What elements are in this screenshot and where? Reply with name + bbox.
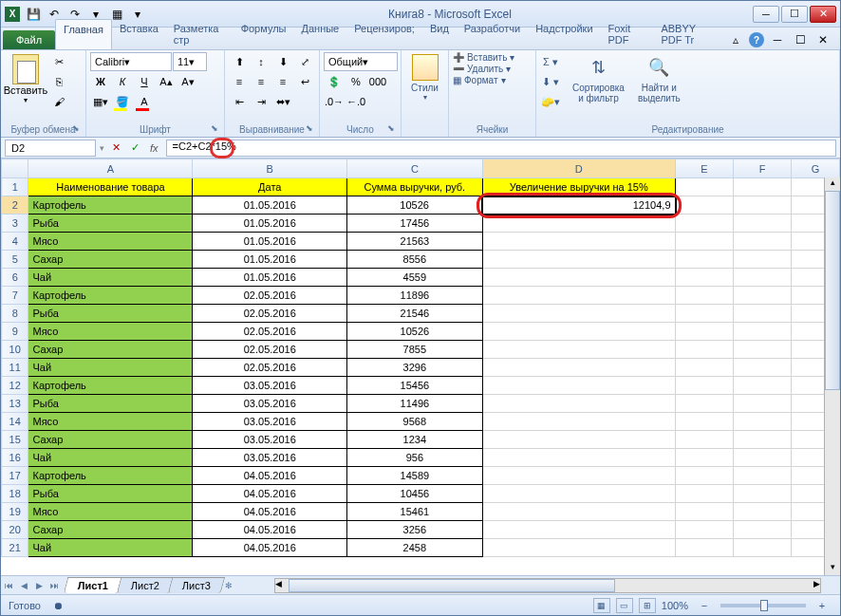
cell-B14[interactable]: 03.05.2016 <box>193 413 347 431</box>
bold-button[interactable]: Ж <box>90 72 111 91</box>
row-header-13[interactable]: 13 <box>2 395 28 413</box>
cell-C21[interactable]: 2458 <box>347 539 482 557</box>
formula-input[interactable]: =C2+C2*15% <box>166 140 836 157</box>
fill-button[interactable]: ⬇ ▾ <box>540 72 561 91</box>
cell-A14[interactable]: Мясо <box>28 413 193 431</box>
page-layout-view-button[interactable]: ▭ <box>616 598 633 613</box>
merge-button[interactable]: ⬌▾ <box>272 92 293 111</box>
wb-restore[interactable]: ☐ <box>791 30 810 49</box>
cell-D13[interactable] <box>482 395 675 413</box>
cell-D20[interactable] <box>482 521 675 539</box>
cell-D19[interactable] <box>482 503 675 521</box>
cell[interactable] <box>734 431 792 449</box>
cancel-formula-button[interactable]: ✕ <box>108 139 123 158</box>
row-header-6[interactable]: 6 <box>2 269 28 287</box>
cell-C4[interactable]: 21563 <box>347 233 482 251</box>
cell-A18[interactable]: Рыба <box>28 485 193 503</box>
align-left[interactable]: ≡ <box>229 72 250 91</box>
normal-view-button[interactable]: ▦ <box>593 598 610 613</box>
cell[interactable] <box>734 196 792 215</box>
find-select-button[interactable]: 🔍 Найти и выделить <box>632 52 686 135</box>
cell-B8[interactable]: 02.05.2016 <box>193 305 347 323</box>
row-header-21[interactable]: 21 <box>2 539 28 557</box>
cell[interactable] <box>734 178 792 196</box>
cell-D21[interactable] <box>482 539 675 557</box>
row-header-11[interactable]: 11 <box>2 359 28 377</box>
header-cell[interactable]: Сумма выручки, руб. <box>347 178 482 196</box>
cell-B13[interactable]: 03.05.2016 <box>193 395 347 413</box>
cell-B9[interactable]: 02.05.2016 <box>193 323 347 341</box>
cell-C14[interactable]: 9568 <box>347 413 482 431</box>
row-header-4[interactable]: 4 <box>2 233 28 251</box>
align-top[interactable]: ⬆ <box>229 52 250 71</box>
tab-разметка стр[interactable]: Разметка стр <box>166 19 234 49</box>
cell-B10[interactable]: 02.05.2016 <box>193 341 347 359</box>
comma-button[interactable]: 000 <box>367 72 388 91</box>
cell[interactable] <box>734 413 792 431</box>
cell[interactable] <box>676 178 734 196</box>
cell[interactable] <box>734 305 792 323</box>
cell[interactable] <box>676 431 734 449</box>
sheet-tab-Лист3[interactable]: Лист3 <box>168 577 226 593</box>
vscroll-thumb[interactable] <box>825 191 840 390</box>
cell-C20[interactable]: 3256 <box>347 521 482 539</box>
orientation-button[interactable]: ⤢ <box>294 52 315 71</box>
col-header-C[interactable]: C <box>347 159 482 178</box>
tab-формулы[interactable]: Формулы <box>234 19 294 49</box>
cell-A5[interactable]: Сахар <box>28 251 193 269</box>
row-header-16[interactable]: 16 <box>2 449 28 467</box>
cell-C7[interactable]: 11896 <box>347 287 482 305</box>
cell[interactable] <box>676 521 734 539</box>
cell-B2[interactable]: 01.05.2016 <box>193 196 347 215</box>
cell-A2[interactable]: Картофель <box>28 196 193 215</box>
underline-button[interactable]: Ч <box>134 72 155 91</box>
tab-abbyy pdf tr[interactable]: ABBYY PDF Tr <box>653 19 726 49</box>
cell-A13[interactable]: Рыба <box>28 395 193 413</box>
grid-scroll[interactable]: ABCDEFG 1Наименование товараДатаСумма вы… <box>1 159 840 575</box>
cell[interactable] <box>676 503 734 521</box>
cell-B11[interactable]: 02.05.2016 <box>193 359 347 377</box>
cell-A19[interactable]: Мясо <box>28 503 193 521</box>
cell-D8[interactable] <box>482 305 675 323</box>
cell[interactable] <box>734 467 792 485</box>
tab-разработчи[interactable]: Разработчи <box>457 19 528 49</box>
sheet-nav-first[interactable]: ⏮ <box>1 578 16 593</box>
insert-cells-button[interactable]: ➕Вставить ▾ <box>453 52 532 63</box>
cell-C2[interactable]: 10526 <box>347 196 482 215</box>
zoom-level[interactable]: 100% <box>662 600 688 611</box>
row-header-3[interactable]: 3 <box>2 215 28 233</box>
border-button[interactable]: ▦▾ <box>90 92 111 111</box>
cell[interactable] <box>734 521 792 539</box>
cell-C12[interactable]: 15456 <box>347 377 482 395</box>
header-cell[interactable]: Наименование товара <box>28 178 193 196</box>
sheet-tab-Лист2[interactable]: Лист2 <box>117 577 175 593</box>
cell[interactable] <box>676 341 734 359</box>
vertical-scrollbar[interactable]: ▴ ▾ <box>824 177 840 575</box>
cell[interactable] <box>734 377 792 395</box>
cell-B19[interactable]: 04.05.2016 <box>193 503 347 521</box>
tab-рецензиров;[interactable]: Рецензиров; <box>346 19 422 49</box>
cell[interactable] <box>676 395 734 413</box>
page-break-view-button[interactable]: ⊞ <box>639 598 656 613</box>
zoom-out-button[interactable]: − <box>694 596 715 615</box>
select-all-corner[interactable] <box>2 159 28 178</box>
cell-B20[interactable]: 04.05.2016 <box>193 521 347 539</box>
cell-A8[interactable]: Рыба <box>28 305 193 323</box>
cell-B4[interactable]: 01.05.2016 <box>193 233 347 251</box>
cell[interactable] <box>734 323 792 341</box>
cell[interactable] <box>734 215 792 233</box>
font-launcher[interactable]: ⬊ <box>211 123 222 135</box>
horizontal-scrollbar[interactable]: ◀ ▶ <box>274 578 821 593</box>
cell-C16[interactable]: 956 <box>347 449 482 467</box>
cell[interactable] <box>676 269 734 287</box>
italic-button[interactable]: К <box>112 72 133 91</box>
col-header-E[interactable]: E <box>676 159 734 178</box>
cell[interactable] <box>676 377 734 395</box>
cell-A21[interactable]: Чай <box>28 539 193 557</box>
cell[interactable] <box>734 485 792 503</box>
cell-D9[interactable] <box>482 323 675 341</box>
cell-A6[interactable]: Чай <box>28 269 193 287</box>
decrease-decimal[interactable]: ←.0 <box>346 92 366 111</box>
cell[interactable] <box>676 449 734 467</box>
cell[interactable] <box>676 251 734 269</box>
